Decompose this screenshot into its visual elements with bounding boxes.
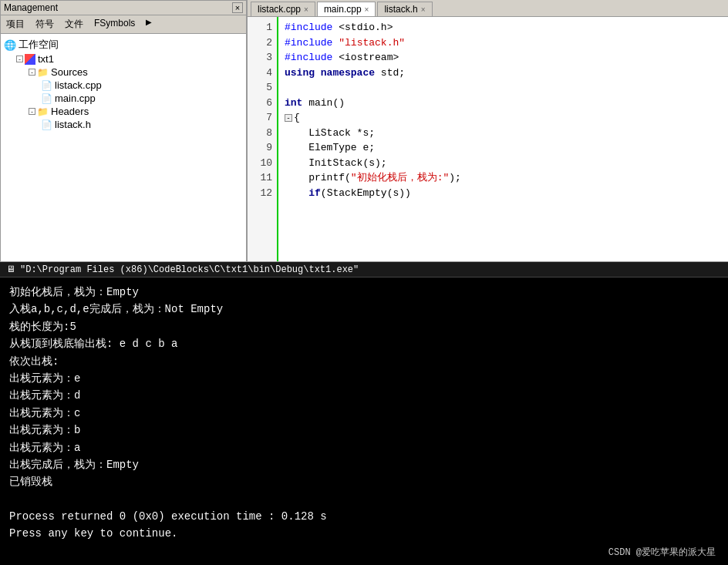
console-line: 已销毁栈: [9, 473, 719, 490]
workspace-icon: 🌐: [4, 39, 16, 51]
main-cpp-label: main.cpp: [55, 92, 96, 104]
code-line: printf("初始化栈后，栈为:");: [285, 170, 722, 186]
listack-h-label: listack.h: [55, 119, 91, 130]
tab-listack-h[interactable]: listack.h ×: [377, 2, 432, 16]
console-line: 栈的长度为:5: [9, 318, 719, 335]
tab-listack-cpp[interactable]: listack.cpp ×: [251, 2, 315, 16]
editor-area: listack.cpp × main.cpp × listack.h × 123…: [247, 0, 728, 262]
toolbar-fsymbols[interactable]: FSymbols: [92, 17, 137, 32]
close-button[interactable]: ×: [232, 2, 243, 13]
code-line: #include <iostream>: [285, 50, 722, 66]
press-line: Press any key to continue.: [9, 525, 719, 542]
console-line: 出栈元素为：a: [9, 439, 719, 456]
file-icon-listack: 📄: [41, 80, 52, 91]
line-numbers: 123456789101112: [248, 17, 278, 261]
editor-tabs: listack.cpp × main.cpp × listack.h ×: [248, 0, 728, 17]
console-line: 初始化栈后，栈为：Empty: [9, 284, 719, 301]
sources-label: Sources: [51, 66, 88, 78]
sources-folder[interactable]: - 📁 Sources: [1, 66, 246, 79]
tab-listack-cpp-label: listack.cpp: [258, 4, 301, 15]
headers-label: Headers: [51, 106, 89, 117]
code-line: LiStack *s;: [285, 126, 722, 141]
console-icon: 🖥: [6, 264, 15, 275]
management-titlebar: Management ×: [1, 1, 246, 15]
workspace-item[interactable]: 🌐 工作空间: [1, 37, 246, 52]
workspace-label: 工作空间: [19, 38, 59, 52]
code-line: [285, 80, 722, 96]
headers-folder[interactable]: - 📁 Headers: [1, 105, 246, 118]
code-line: #include <stdio.h>: [285, 20, 722, 35]
toolbar-project[interactable]: 项目: [4, 17, 27, 32]
collapse-icon: -: [16, 55, 23, 62]
console-area: 🖥 "D:\Program Files (x86)\CodeBlocks\C\t…: [0, 262, 728, 565]
tab-main-cpp[interactable]: main.cpp ×: [317, 2, 376, 16]
editor-content: 123456789101112 #include <stdio.h>#inclu…: [248, 17, 728, 261]
code-line: int main(): [285, 96, 722, 111]
console-line: 依次出栈:: [9, 353, 719, 370]
project-item[interactable]: - txt1: [1, 52, 246, 66]
console-line: 出栈元素为：b: [9, 422, 719, 439]
console-line: 入栈a,b,c,d,e完成后，栈为：Not Empty: [9, 301, 719, 318]
listack-cpp-item[interactable]: 📄 listack.cpp: [1, 79, 246, 92]
management-toolbar: 项目 符号 文件 FSymbols ▶: [1, 15, 246, 34]
code-line: InitStack(s);: [285, 156, 722, 171]
file-icon-main: 📄: [41, 93, 52, 104]
folder-icon: 📁: [37, 67, 49, 78]
console-output: 初始化栈后，栈为：Empty入栈a,b,c,d,e完成后，栈为：Not Empt…: [0, 277, 728, 549]
watermark: CSDN @爱吃苹果的派大星: [608, 546, 716, 559]
headers-collapse-icon: -: [29, 108, 35, 115]
code-line: -{: [285, 110, 722, 126]
management-title: Management: [4, 2, 58, 13]
console-titlebar: 🖥 "D:\Program Files (x86)\CodeBlocks\C\t…: [0, 262, 728, 277]
process-line: Process returned 0 (0x0) execution time …: [9, 508, 719, 525]
console-line: 从栈顶到栈底输出栈: e d c b a: [9, 335, 719, 352]
tree-area: 🌐 工作空间 - txt1 - 📁 Sources 📄 listack.cpp …: [1, 34, 246, 261]
headers-folder-icon: 📁: [37, 106, 49, 117]
toolbar-symbol[interactable]: 符号: [33, 17, 56, 32]
toolbar-arrow[interactable]: ▶: [143, 17, 154, 32]
tab-main-close[interactable]: ×: [365, 5, 369, 14]
sources-collapse-icon: -: [29, 69, 35, 76]
toolbar-file[interactable]: 文件: [62, 17, 86, 32]
management-panel: Management × 项目 符号 文件 FSymbols ▶ 🌐 工作空间 …: [0, 0, 247, 262]
console-line: 出栈完成后，栈为：Empty: [9, 456, 719, 473]
main-cpp-item[interactable]: 📄 main.cpp: [1, 92, 246, 105]
project-icon: [25, 54, 35, 65]
project-label: txt1: [38, 53, 54, 65]
tab-listack-h-label: listack.h: [384, 4, 417, 15]
code-line: if(StackEmpty(s)): [285, 186, 722, 201]
console-title: "D:\Program Files (x86)\CodeBlocks\C\txt…: [20, 264, 359, 275]
listack-h-item[interactable]: 📄 listack.h: [1, 118, 246, 131]
tab-listack-close[interactable]: ×: [304, 5, 308, 14]
code-content[interactable]: #include <stdio.h>#include "listack.h"#i…: [278, 17, 728, 261]
file-icon-listack-h: 📄: [41, 119, 52, 130]
console-line: 出栈元素为：d: [9, 387, 719, 404]
listack-cpp-label: listack.cpp: [55, 79, 102, 91]
code-line: using namespace std;: [285, 66, 722, 81]
console-line: 出栈元素为：c: [9, 405, 719, 422]
console-line: 出栈元素为：e: [9, 370, 719, 387]
code-line: ElemType e;: [285, 140, 722, 156]
tab-main-cpp-label: main.cpp: [324, 4, 362, 15]
code-line: #include "listack.h": [285, 35, 722, 51]
tab-listack-h-close[interactable]: ×: [421, 5, 426, 14]
